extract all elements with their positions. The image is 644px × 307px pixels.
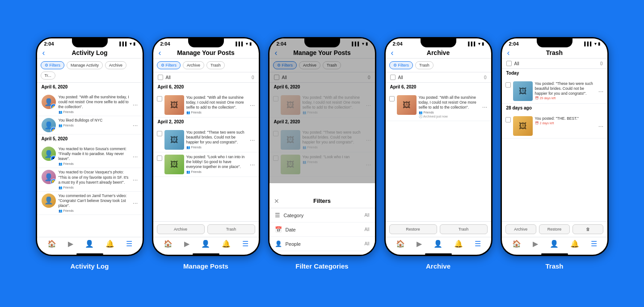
post-checkbox[interactable] — [505, 82, 511, 88]
post-item: 🖼You posted: "THE. BEST."⏰ 2 days left··… — [502, 114, 607, 139]
phone-wrapper-archive: 2:04 ▌▌▌ ▾ ▮ ‹Archive⚙FiltersTrash All 0… — [384, 37, 492, 270]
pill-filters[interactable]: ⚙Filters — [389, 61, 413, 69]
more-button[interactable]: ··· — [133, 177, 138, 183]
item-privacy: 👥 Friends — [59, 209, 130, 213]
more-button[interactable]: ··· — [482, 104, 488, 110]
pill-label: Filters — [166, 63, 177, 67]
bottom-nav: 🏠▶👤🔔☰ — [386, 237, 491, 252]
all-row[interactable]: All 0 — [153, 72, 259, 83]
back-button[interactable]: ‹ — [391, 48, 394, 58]
screen-title: Activity Log — [72, 49, 107, 56]
back-button[interactable]: ‹ — [507, 48, 510, 58]
bottom-nav-icon-3[interactable]: 🔔 — [570, 240, 579, 248]
bottom-nav-icon-2[interactable]: 👤 — [85, 240, 94, 248]
reaction-badge: 😮 — [51, 179, 56, 184]
post-checkbox[interactable] — [505, 117, 511, 122]
bottom-nav-icon-0[interactable]: 🏠 — [164, 240, 173, 248]
post-checkbox[interactable] — [389, 96, 395, 101]
item-text: You posted: "With all the sunshine today… — [59, 95, 130, 114]
more-button[interactable]: ··· — [133, 122, 138, 128]
all-row[interactable]: All 0 — [386, 72, 491, 83]
bottom-nav-icon-0[interactable]: 🏠 — [396, 240, 405, 248]
phone-inner-trash: 2:04 ▌▌▌ ▾ ▮ ‹Trash All 0 Today🖼You post… — [502, 38, 607, 255]
post-content: You posted: "These two were such beautif… — [535, 81, 596, 100]
pill-manage-activity[interactable]: Manage Activity — [67, 61, 103, 69]
bottom-nav-icon-2[interactable]: 👤 — [550, 240, 559, 248]
more-button[interactable]: ··· — [133, 200, 138, 206]
signal-icon: ▌▌▌ — [119, 42, 128, 46]
action-bar: ArchiveTrash — [153, 221, 259, 237]
action-btn-restore[interactable]: Restore — [539, 224, 570, 234]
bottom-nav-icon-1[interactable]: ▶ — [68, 240, 73, 248]
select-all-checkbox[interactable] — [390, 75, 396, 80]
post-checkbox[interactable] — [157, 96, 162, 101]
avatar: 👤👍 — [42, 118, 56, 132]
pill-trash[interactable]: Trash — [206, 61, 225, 69]
action-btn-trash[interactable]: Trash — [207, 224, 255, 234]
action-btn-restore[interactable]: Restore — [389, 224, 437, 234]
more-button[interactable]: ··· — [250, 102, 255, 108]
select-all-checkbox[interactable] — [158, 75, 163, 80]
pill-filters[interactable]: ⚙Filters — [157, 61, 181, 69]
filter-item-category[interactable]: ☰ Category All — [269, 208, 375, 223]
bottom-nav-icon-3[interactable]: 🔔 — [454, 240, 463, 248]
phone-inner-manage-posts: 2:04 ▌▌▌ ▾ ▮ ‹Manage Your Posts⚙FiltersA… — [153, 38, 259, 255]
bottom-nav-icon-0[interactable]: 🏠 — [512, 240, 521, 248]
bottom-nav-icon-2[interactable]: 👤 — [434, 240, 442, 248]
post-content: You posted: "Look who I ran into in the … — [186, 155, 248, 174]
bottom-nav-icon-4[interactable]: ☰ — [591, 240, 597, 248]
pill-label: Tr... — [45, 73, 51, 78]
more-button[interactable]: ··· — [250, 137, 255, 143]
select-all-checkbox[interactable] — [506, 61, 512, 66]
filter-item-value: All — [364, 241, 369, 246]
pill-trash[interactable]: Trash — [415, 61, 434, 69]
bottom-nav-icon-1[interactable]: ▶ — [417, 240, 422, 248]
post-item: 🖼You posted: "With all the sunshine toda… — [153, 93, 259, 118]
pills-row: ⚙FiltersTrash — [386, 59, 491, 72]
nav-header: ‹Manage Your Posts — [153, 47, 259, 59]
notch — [537, 38, 572, 47]
bottom-nav-icon-3[interactable]: 🔔 — [105, 240, 114, 248]
phone-label-archive: Archive — [426, 262, 450, 270]
back-button[interactable]: ‹ — [159, 48, 161, 58]
activity-item: 👤😮You reacted to Oscar Vasquez's photo: … — [37, 168, 143, 191]
more-button[interactable]: ··· — [133, 101, 138, 108]
date-header: April 6, 2020 — [42, 84, 138, 89]
status-time: 2:04 — [393, 41, 403, 46]
bottom-nav-icon-3[interactable]: 🔔 — [222, 240, 231, 248]
date-section: April 6, 2020 — [386, 83, 491, 93]
back-button[interactable]: ‹ — [42, 48, 45, 58]
action-bar: RestoreTrash — [386, 221, 491, 237]
action-btn-[interactable]: 🗑 — [572, 224, 603, 234]
bottom-nav-icon-1[interactable]: ▶ — [184, 240, 189, 248]
filter-item-people[interactable]: 👤 People All — [269, 237, 375, 251]
post-checkbox[interactable] — [157, 156, 162, 161]
bottom-nav-icon-4[interactable]: ☰ — [126, 240, 132, 248]
action-btn-archive[interactable]: Archive — [505, 224, 536, 234]
more-button[interactable]: ··· — [133, 153, 138, 160]
pill-tr...[interactable]: Tr... — [41, 71, 55, 80]
all-row[interactable]: All 0 — [502, 59, 607, 69]
item-privacy: 👥 Friends — [59, 162, 130, 166]
bottom-nav-icon-2[interactable]: 👤 — [201, 240, 210, 248]
more-button[interactable]: ··· — [598, 88, 604, 94]
bottom-nav-icon-0[interactable]: 🏠 — [47, 240, 56, 248]
filter-close-button[interactable]: ✕ — [274, 198, 279, 205]
phone-manage-posts: 2:04 ▌▌▌ ▾ ▮ ‹Manage Your Posts⚙FiltersA… — [152, 37, 260, 256]
bottom-nav-icon-1[interactable]: ▶ — [533, 240, 538, 248]
pill-archive[interactable]: Archive — [183, 61, 204, 69]
pill-archive[interactable]: Archive — [105, 61, 126, 69]
item-privacy: 👥 Friends — [59, 123, 130, 127]
filter-item-date[interactable]: 📅 Date All — [269, 223, 375, 237]
more-button[interactable]: ··· — [598, 123, 604, 129]
pills-row: ⚙FiltersManage ActivityArchiveTr... — [37, 59, 143, 83]
more-button[interactable]: ··· — [250, 161, 255, 168]
action-btn-archive[interactable]: Archive — [157, 224, 205, 234]
post-checkbox[interactable] — [157, 131, 162, 136]
bottom-nav-icon-4[interactable]: ☰ — [242, 240, 248, 248]
phone-inner-archive: 2:04 ▌▌▌ ▾ ▮ ‹Archive⚙FiltersTrash All 0… — [386, 38, 491, 255]
bottom-nav-icon-4[interactable]: ☰ — [475, 240, 481, 248]
post-thumbnail: 🖼 — [164, 95, 184, 115]
pill-filters[interactable]: ⚙Filters — [41, 61, 65, 69]
action-btn-trash[interactable]: Trash — [440, 224, 488, 234]
